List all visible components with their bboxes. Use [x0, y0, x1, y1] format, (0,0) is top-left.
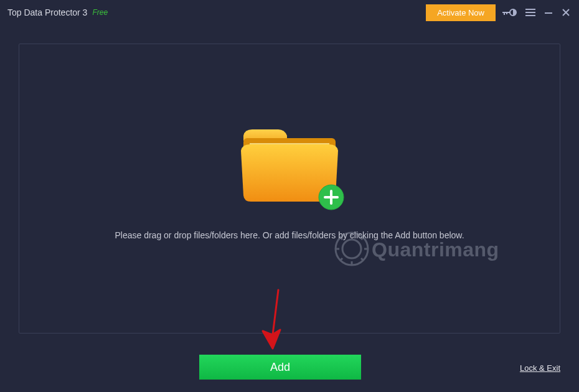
- folder-illustration: [240, 124, 339, 205]
- menu-icon[interactable]: [525, 8, 535, 17]
- instruction-text: Please drag or drop files/folders here. …: [115, 230, 464, 240]
- add-plus-badge[interactable]: [318, 184, 344, 210]
- minimize-icon[interactable]: [544, 8, 553, 17]
- edition-label: Free: [92, 8, 108, 17]
- add-button[interactable]: Add: [199, 355, 361, 380]
- app-title: Top Data Protector 3: [7, 7, 87, 17]
- activate-button[interactable]: Activate Now: [426, 4, 496, 21]
- lock-exit-link[interactable]: Lock & Exit: [520, 363, 560, 373]
- drop-area[interactable]: Please drag or drop files/folders here. …: [19, 44, 560, 334]
- titlebar: Top Data Protector 3 Free Activate Now: [0, 0, 579, 25]
- close-icon[interactable]: [562, 8, 570, 17]
- key-icon[interactable]: [502, 8, 517, 17]
